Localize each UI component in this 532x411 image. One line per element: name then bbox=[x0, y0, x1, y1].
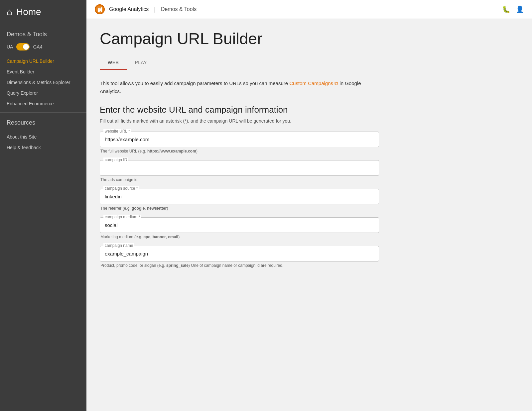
topbar-subtitle: Demos & Tools bbox=[161, 6, 197, 12]
topbar-brand: Google Analytics bbox=[109, 6, 149, 12]
svg-rect-6 bbox=[101, 7, 102, 12]
topbar: G Google Analytics | Demos & Tools 🐛 👤 bbox=[86, 0, 532, 19]
toggle-thumb bbox=[23, 44, 29, 50]
campaign-name-input[interactable] bbox=[100, 246, 379, 261]
topbar-icons: 🐛 👤 bbox=[502, 5, 524, 13]
home-title[interactable]: Home bbox=[16, 7, 41, 17]
campaign-name-field-outer: campaign name bbox=[100, 246, 379, 261]
custom-campaigns-link[interactable]: Custom Campaigns ⧉ bbox=[289, 80, 338, 86]
sidebar-item-dimensions-metrics[interactable]: Dimensions & Metrics Explorer bbox=[7, 77, 80, 88]
website-url-hint: The full website URL (e.g. https://www.e… bbox=[100, 149, 379, 154]
sidebar-item-campaign-url-builder[interactable]: Campaign URL Builder bbox=[7, 56, 80, 66]
sidebar-item-query-explorer[interactable]: Query Explorer bbox=[7, 88, 80, 98]
ua-ga4-toggle: UA GA4 bbox=[7, 43, 80, 51]
sidebar-item-about-site[interactable]: About this Site bbox=[7, 132, 80, 142]
website-url-input[interactable] bbox=[100, 132, 379, 147]
sidebar-item-enhanced-ecommerce[interactable]: Enhanced Ecommerce bbox=[7, 98, 80, 109]
main-content: G Google Analytics | Demos & Tools 🐛 👤 C… bbox=[86, 0, 532, 411]
campaign-source-field-group: campaign source * The referrer (e.g. goo… bbox=[100, 189, 379, 211]
ga-logo-icon: G bbox=[94, 4, 105, 15]
description: This tool allows you to easily add campa… bbox=[100, 79, 379, 95]
campaign-name-label: campaign name bbox=[103, 243, 134, 248]
website-url-field-outer: website URL * bbox=[100, 132, 379, 147]
website-url-field-group: website URL * The full website URL (e.g.… bbox=[100, 132, 379, 154]
campaign-medium-input[interactable] bbox=[100, 218, 379, 233]
campaign-id-input[interactable] bbox=[100, 160, 379, 175]
svg-rect-4 bbox=[98, 10, 99, 12]
campaign-id-field-group: campaign ID The ads campaign id. bbox=[100, 160, 379, 182]
sidebar-item-event-builder[interactable]: Event Builder bbox=[7, 66, 80, 77]
page-content: Campaign URL Builder WEB PLAY This tool … bbox=[86, 19, 392, 288]
campaign-source-field-outer: campaign source * bbox=[100, 189, 379, 204]
campaign-name-hint: Product, promo code, or slogan (e.g. spr… bbox=[100, 263, 379, 268]
campaign-source-input[interactable] bbox=[100, 189, 379, 204]
tabs: WEB PLAY bbox=[100, 56, 379, 70]
campaign-medium-label: campaign medium * bbox=[103, 215, 141, 219]
sidebar-item-help-feedback[interactable]: Help & feedback bbox=[7, 142, 80, 153]
toggle-track[interactable] bbox=[16, 43, 30, 51]
tab-play[interactable]: PLAY bbox=[127, 56, 155, 70]
user-icon[interactable]: 👤 bbox=[516, 5, 524, 13]
campaign-source-hint: The referrer (e.g. google, newsletter) bbox=[100, 206, 379, 211]
campaign-name-field-group: campaign name Product, promo code, or sl… bbox=[100, 246, 379, 268]
topbar-left: G Google Analytics | Demos & Tools bbox=[94, 4, 197, 15]
sidebar-resources-section: Resources About this Site Help & feedbac… bbox=[0, 113, 86, 156]
topbar-divider: | bbox=[154, 6, 156, 13]
home-icon: ⌂ bbox=[7, 7, 12, 17]
tab-web[interactable]: WEB bbox=[100, 56, 127, 70]
home-header: ⌂ Home bbox=[0, 0, 86, 24]
form-section-subtitle: Fill out all fields marked with an aster… bbox=[100, 118, 379, 124]
bug-icon[interactable]: 🐛 bbox=[502, 5, 510, 13]
campaign-id-hint: The ads campaign id. bbox=[100, 177, 379, 182]
demos-tools-label: Demos & Tools bbox=[7, 31, 80, 38]
svg-rect-5 bbox=[99, 8, 100, 12]
campaign-medium-field-outer: campaign medium * bbox=[100, 217, 379, 233]
sidebar-demos-section: Demos & Tools UA GA4 Campaign URL Builde… bbox=[0, 24, 86, 113]
sidebar: ⌂ Home Demos & Tools UA GA4 Campaign URL… bbox=[0, 0, 86, 411]
form-section-title: Enter the website URL and campaign infor… bbox=[100, 105, 379, 115]
campaign-id-label: campaign ID bbox=[103, 157, 128, 162]
campaign-medium-hint: Marketing medium (e.g. cpc, banner, emai… bbox=[100, 235, 379, 239]
campaign-id-field-outer: campaign ID bbox=[100, 160, 379, 176]
resources-label: Resources bbox=[7, 119, 80, 126]
page-title: Campaign URL Builder bbox=[100, 30, 379, 48]
website-url-label: website URL * bbox=[103, 129, 131, 134]
ua-label: UA bbox=[7, 44, 13, 50]
campaign-source-label: campaign source * bbox=[103, 186, 139, 191]
ga4-label: GA4 bbox=[33, 44, 42, 50]
campaign-medium-field-group: campaign medium * Marketing medium (e.g.… bbox=[100, 217, 379, 239]
description-text: This tool allows you to easily add campa… bbox=[100, 80, 289, 86]
